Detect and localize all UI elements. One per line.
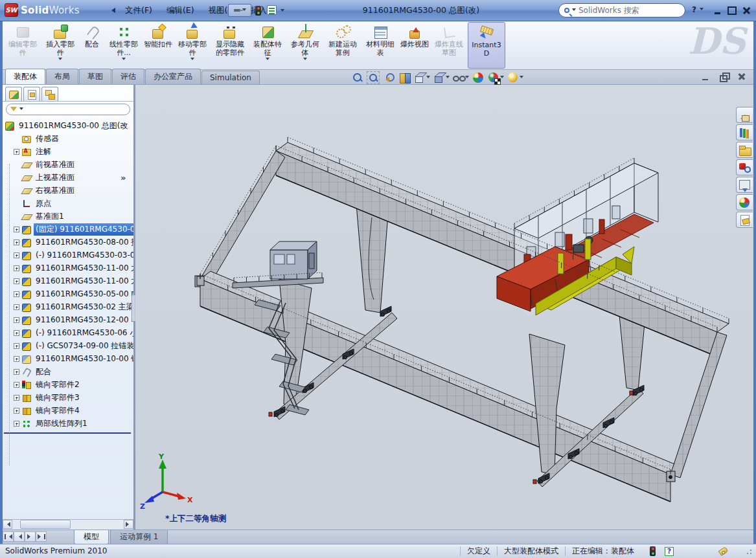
- tree-item-label[interactable]: 镜向零部件2: [34, 379, 82, 391]
- tree-item[interactable]: 镜向零部件3: [3, 391, 133, 404]
- doc-close-button[interactable]: [737, 72, 747, 82]
- ribbon-button[interactable]: 装配体特征: [249, 22, 286, 69]
- tree-item-label[interactable]: 镜向零部件4: [34, 405, 82, 417]
- tree-item[interactable]: 911601RMG4530-11-00 大: [3, 274, 133, 287]
- taskpane-button[interactable]: [736, 124, 753, 140]
- expand-plus-icon[interactable]: [14, 149, 19, 155]
- ribbon-button[interactable]: 爆炸直线草图: [430, 22, 468, 69]
- expand-plus-icon[interactable]: [14, 408, 19, 414]
- ribbon-button[interactable]: 智能扣件: [143, 22, 174, 69]
- tree-item[interactable]: 911601RMG4530-10-00 锚: [3, 352, 133, 365]
- tree-item[interactable]: 配合: [3, 365, 133, 378]
- ribbon-button[interactable]: 爆炸视图: [399, 22, 430, 69]
- tree-item-label[interactable]: 前视基准面: [34, 159, 76, 171]
- chevron-down-icon[interactable]: [122, 58, 126, 62]
- ribbon-button[interactable]: 插入零部件: [41, 22, 79, 69]
- tree-item-label[interactable]: 911601RMG4530-02 主梁: [34, 301, 133, 313]
- tag-icon[interactable]: [718, 546, 729, 556]
- scroll-right-button[interactable]: [124, 520, 133, 529]
- crane-assembly-model[interactable]: [135, 85, 753, 530]
- traffic-light-icon[interactable]: [255, 6, 261, 16]
- taskpane-button[interactable]: [736, 107, 753, 123]
- tree-item-label[interactable]: 911601RMG4530-05-00 电: [34, 288, 133, 300]
- heads-up-tool-icon[interactable]: [398, 71, 411, 84]
- tree-root-row[interactable]: 911601RMG4530-00 总图(改: [3, 119, 133, 132]
- resize-grip-icon[interactable]: [746, 548, 752, 555]
- ribbon-button[interactable]: 移动零部件: [174, 22, 211, 69]
- toolbar-pin-dropdown[interactable]: [228, 4, 251, 17]
- expand-plus-icon[interactable]: [14, 227, 19, 232]
- tree-item[interactable]: (固定) 911601RMG4530-01: [3, 223, 133, 236]
- menu-item[interactable]: 编辑(E): [159, 3, 201, 19]
- doc-minimize-button[interactable]: [700, 72, 711, 82]
- tree-item[interactable]: 911601RMG4530-05-00 电: [3, 287, 133, 300]
- tree-item-label[interactable]: 注解: [34, 146, 53, 158]
- tree-item[interactable]: 基准面1: [3, 210, 133, 223]
- chevron-down-icon[interactable]: [58, 58, 62, 62]
- tree-item[interactable]: 911601RMG4530-12-00 电: [3, 313, 133, 326]
- ribbon-button[interactable]: 配合: [79, 22, 105, 69]
- status-traffic-light-icon[interactable]: [650, 546, 656, 556]
- heads-up-tool-icon[interactable]: [367, 71, 380, 84]
- ribbon-button[interactable]: 材料明细表: [361, 22, 399, 69]
- manager-tab[interactable]: [5, 87, 22, 101]
- model-tab[interactable]: 模型: [74, 530, 109, 544]
- tree-item-label[interactable]: 911601RMG4530-12-00 电: [34, 314, 133, 326]
- tree-item-label[interactable]: (固定) 911601RMG4530-01: [34, 223, 133, 236]
- tree-item[interactable]: 传感器: [3, 132, 133, 145]
- chevron-down-icon[interactable]: [19, 107, 23, 112]
- tree-item[interactable]: 右视基准面: [3, 184, 133, 197]
- chevron-down-icon[interactable]: [446, 76, 450, 80]
- taskpane-button[interactable]: [736, 159, 753, 175]
- expand-plus-icon[interactable]: [14, 356, 19, 362]
- manager-tab[interactable]: [41, 87, 58, 101]
- heads-up-tool-icon[interactable]: [452, 71, 465, 84]
- last-tab-button[interactable]: [36, 531, 47, 542]
- tree-item-label[interactable]: 911601RMG4530-11-00 大: [34, 275, 133, 287]
- chevron-down-icon[interactable]: [266, 58, 269, 62]
- tree-item[interactable]: 注解: [3, 145, 133, 158]
- tree-item-label[interactable]: 原点: [34, 197, 53, 210]
- command-tab[interactable]: 办公室产品: [145, 69, 201, 84]
- taskpane-button[interactable]: [736, 212, 753, 228]
- tree-item[interactable]: 911601RMG4530-11-00 大: [3, 262, 133, 274]
- expand-plus-icon[interactable]: [14, 395, 19, 401]
- tree-item-label[interactable]: 传感器: [34, 133, 61, 145]
- tree-item-label[interactable]: (-) 911601RMG4530-03-00: [34, 250, 133, 260]
- expand-plus-icon[interactable]: [14, 382, 19, 388]
- next-tab-button[interactable]: [25, 531, 36, 542]
- tree-item-label[interactable]: 911601RMG4530-08-00 扶: [34, 236, 133, 249]
- expand-plus-icon[interactable]: [14, 304, 19, 310]
- graphics-viewport[interactable]: Y X Z *上下二等角轴测: [135, 85, 753, 530]
- command-tab[interactable]: 评估: [112, 69, 144, 84]
- command-tab[interactable]: Simulation: [201, 71, 260, 84]
- tree-item-label[interactable]: 局部线性阵列1: [34, 418, 89, 430]
- tree-item-label[interactable]: 右视基准面: [34, 184, 76, 197]
- maximize-button[interactable]: [726, 5, 738, 16]
- taskpane-button[interactable]: [736, 142, 753, 158]
- expand-plus-icon[interactable]: [14, 369, 19, 375]
- tree-item[interactable]: 镜向零部件2: [3, 378, 133, 391]
- quick-tips-icon[interactable]: ?: [665, 547, 674, 556]
- expand-plus-icon[interactable]: [14, 330, 19, 336]
- ribbon-button[interactable]: 线性零部件...: [105, 22, 143, 69]
- tree-item[interactable]: 前视基准面: [3, 158, 133, 171]
- command-tab[interactable]: 草图: [79, 69, 111, 84]
- manager-tab[interactable]: [23, 87, 40, 101]
- heads-up-tool-icon[interactable]: [507, 71, 520, 84]
- expand-plus-icon[interactable]: [14, 252, 19, 258]
- model-tab[interactable]: 运动算例 1: [110, 530, 168, 544]
- tree-item-label[interactable]: 镜向零部件3: [34, 392, 82, 404]
- tree-root-label[interactable]: 911601RMG4530-00 总图(改: [17, 120, 130, 132]
- scrollbar-thumb[interactable]: [20, 520, 71, 529]
- heads-up-tool-icon[interactable]: [487, 71, 500, 84]
- tree-item[interactable]: 911601RMG4530-08-00 扶: [3, 236, 133, 249]
- tree-item-label[interactable]: 911601RMG4530-11-00 大: [34, 262, 133, 274]
- taskpane-button[interactable]: [736, 194, 753, 210]
- doc-restore-button[interactable]: [718, 72, 729, 82]
- tree-horizontal-scrollbar[interactable]: [3, 519, 133, 529]
- menu-collapse-arrow-icon[interactable]: [109, 8, 115, 13]
- expand-plus-icon[interactable]: [14, 291, 19, 297]
- first-tab-button[interactable]: [3, 531, 14, 542]
- chevron-down-icon[interactable]: [281, 9, 284, 14]
